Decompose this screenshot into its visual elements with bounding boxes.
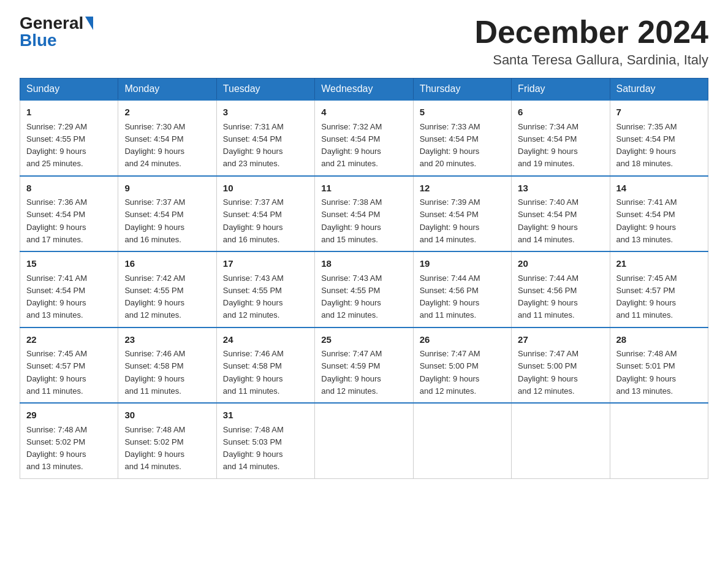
day-number: 19 — [420, 257, 505, 271]
day-info: Sunrise: 7:47 AMSunset: 5:00 PMDaylight:… — [518, 349, 578, 396]
day-info: Sunrise: 7:44 AMSunset: 4:56 PMDaylight:… — [518, 274, 578, 320]
day-cell-9: 9Sunrise: 7:37 AMSunset: 4:54 PMDaylight… — [118, 176, 216, 252]
logo-general-text: General — [20, 15, 83, 32]
day-cell-12: 12Sunrise: 7:39 AMSunset: 4:54 PMDayligh… — [413, 176, 511, 252]
day-cell-17: 17Sunrise: 7:43 AMSunset: 4:55 PMDayligh… — [216, 251, 314, 327]
day-info: Sunrise: 7:33 AMSunset: 4:54 PMDaylight:… — [420, 122, 480, 169]
day-number: 29 — [26, 408, 112, 423]
day-cell-7: 7Sunrise: 7:35 AMSunset: 4:54 PMDaylight… — [610, 100, 708, 176]
day-cell-6: 6Sunrise: 7:34 AMSunset: 4:54 PMDaylight… — [512, 100, 610, 176]
week-row-2: 8Sunrise: 7:36 AMSunset: 4:54 PMDaylight… — [20, 176, 708, 252]
location-title: Santa Teresa Gallura, Sardinia, Italy — [474, 52, 708, 68]
day-number: 26 — [420, 333, 505, 347]
day-cell-3: 3Sunrise: 7:31 AMSunset: 4:54 PMDaylight… — [216, 100, 314, 176]
day-number: 28 — [616, 333, 702, 347]
day-cell-28: 28Sunrise: 7:48 AMSunset: 5:01 PMDayligh… — [610, 327, 708, 404]
day-number: 8 — [26, 182, 112, 196]
day-number: 20 — [518, 257, 603, 271]
day-info: Sunrise: 7:45 AMSunset: 4:57 PMDaylight:… — [616, 274, 677, 320]
day-number: 3 — [223, 105, 308, 120]
day-info: Sunrise: 7:32 AMSunset: 4:54 PMDaylight:… — [321, 122, 382, 169]
empty-cell — [512, 403, 610, 478]
day-info: Sunrise: 7:43 AMSunset: 4:55 PMDaylight:… — [321, 274, 382, 320]
day-info: Sunrise: 7:41 AMSunset: 4:54 PMDaylight:… — [26, 274, 87, 320]
day-cell-22: 22Sunrise: 7:45 AMSunset: 4:57 PMDayligh… — [20, 327, 118, 404]
day-cell-15: 15Sunrise: 7:41 AMSunset: 4:54 PMDayligh… — [20, 251, 118, 327]
day-number: 10 — [223, 182, 308, 196]
day-info: Sunrise: 7:48 AMSunset: 5:02 PMDaylight:… — [124, 425, 185, 472]
day-cell-4: 4Sunrise: 7:32 AMSunset: 4:54 PMDaylight… — [315, 100, 413, 176]
week-row-1: 1Sunrise: 7:29 AMSunset: 4:55 PMDaylight… — [20, 100, 708, 176]
empty-cell — [413, 403, 511, 478]
week-row-5: 29Sunrise: 7:48 AMSunset: 5:02 PMDayligh… — [20, 403, 708, 478]
page-header: General Blue December 2024 Santa Teresa … — [20, 15, 708, 68]
day-number: 23 — [124, 333, 210, 347]
day-number: 4 — [321, 105, 406, 120]
day-number: 25 — [321, 333, 406, 347]
day-cell-21: 21Sunrise: 7:45 AMSunset: 4:57 PMDayligh… — [610, 251, 708, 327]
day-cell-23: 23Sunrise: 7:46 AMSunset: 4:58 PMDayligh… — [118, 327, 216, 404]
day-cell-31: 31Sunrise: 7:48 AMSunset: 5:03 PMDayligh… — [216, 403, 314, 478]
day-cell-19: 19Sunrise: 7:44 AMSunset: 4:56 PMDayligh… — [413, 251, 511, 327]
day-info: Sunrise: 7:40 AMSunset: 4:54 PMDaylight:… — [518, 197, 578, 244]
day-number: 12 — [420, 182, 505, 196]
day-info: Sunrise: 7:45 AMSunset: 4:57 PMDaylight:… — [26, 349, 87, 396]
calendar-table: SundayMondayTuesdayWednesdayThursdayFrid… — [20, 78, 708, 479]
day-number: 7 — [616, 105, 702, 120]
day-number: 1 — [26, 105, 112, 120]
day-info: Sunrise: 7:44 AMSunset: 4:56 PMDaylight:… — [420, 274, 480, 320]
day-cell-16: 16Sunrise: 7:42 AMSunset: 4:55 PMDayligh… — [118, 251, 216, 327]
day-number: 31 — [223, 408, 308, 423]
day-info: Sunrise: 7:46 AMSunset: 4:58 PMDaylight:… — [223, 349, 284, 396]
day-cell-5: 5Sunrise: 7:33 AMSunset: 4:54 PMDaylight… — [413, 100, 511, 176]
day-number: 24 — [223, 333, 308, 347]
day-number: 30 — [124, 408, 210, 423]
weekday-header-friday: Friday — [512, 79, 610, 101]
day-number: 11 — [321, 182, 406, 196]
day-cell-27: 27Sunrise: 7:47 AMSunset: 5:00 PMDayligh… — [512, 327, 610, 404]
day-cell-26: 26Sunrise: 7:47 AMSunset: 5:00 PMDayligh… — [413, 327, 511, 404]
day-cell-14: 14Sunrise: 7:41 AMSunset: 4:54 PMDayligh… — [610, 176, 708, 252]
day-cell-24: 24Sunrise: 7:46 AMSunset: 4:58 PMDayligh… — [216, 327, 314, 404]
empty-cell — [610, 403, 708, 478]
day-cell-2: 2Sunrise: 7:30 AMSunset: 4:54 PMDaylight… — [118, 100, 216, 176]
week-row-4: 22Sunrise: 7:45 AMSunset: 4:57 PMDayligh… — [20, 327, 708, 404]
title-section: December 2024 Santa Teresa Gallura, Sard… — [474, 15, 708, 68]
logo-blue-text: Blue — [20, 32, 57, 49]
weekday-header-saturday: Saturday — [610, 79, 708, 101]
day-number: 21 — [616, 257, 702, 271]
day-cell-11: 11Sunrise: 7:38 AMSunset: 4:54 PMDayligh… — [315, 176, 413, 252]
logo-triangle-icon — [85, 17, 93, 30]
month-title: December 2024 — [474, 15, 708, 50]
day-info: Sunrise: 7:41 AMSunset: 4:54 PMDaylight:… — [616, 197, 677, 244]
day-info: Sunrise: 7:42 AMSunset: 4:55 PMDaylight:… — [124, 274, 185, 320]
week-row-3: 15Sunrise: 7:41 AMSunset: 4:54 PMDayligh… — [20, 251, 708, 327]
day-number: 15 — [26, 257, 112, 271]
day-info: Sunrise: 7:47 AMSunset: 5:00 PMDaylight:… — [420, 349, 480, 396]
day-number: 14 — [616, 182, 702, 196]
day-cell-20: 20Sunrise: 7:44 AMSunset: 4:56 PMDayligh… — [512, 251, 610, 327]
day-cell-29: 29Sunrise: 7:48 AMSunset: 5:02 PMDayligh… — [20, 403, 118, 478]
weekday-header-sunday: Sunday — [20, 79, 118, 101]
weekday-header-tuesday: Tuesday — [216, 79, 314, 101]
day-info: Sunrise: 7:48 AMSunset: 5:03 PMDaylight:… — [223, 425, 284, 472]
day-info: Sunrise: 7:43 AMSunset: 4:55 PMDaylight:… — [223, 274, 284, 320]
day-info: Sunrise: 7:35 AMSunset: 4:54 PMDaylight:… — [616, 122, 677, 169]
day-info: Sunrise: 7:48 AMSunset: 5:02 PMDaylight:… — [26, 425, 87, 472]
day-cell-8: 8Sunrise: 7:36 AMSunset: 4:54 PMDaylight… — [20, 176, 118, 252]
day-info: Sunrise: 7:39 AMSunset: 4:54 PMDaylight:… — [420, 197, 480, 244]
logo: General Blue — [20, 15, 93, 49]
day-info: Sunrise: 7:37 AMSunset: 4:54 PMDaylight:… — [223, 197, 284, 244]
day-info: Sunrise: 7:34 AMSunset: 4:54 PMDaylight:… — [518, 122, 578, 169]
day-number: 27 — [518, 333, 603, 347]
day-info: Sunrise: 7:46 AMSunset: 4:58 PMDaylight:… — [124, 349, 185, 396]
day-number: 9 — [124, 182, 210, 196]
day-number: 22 — [26, 333, 112, 347]
day-cell-10: 10Sunrise: 7:37 AMSunset: 4:54 PMDayligh… — [216, 176, 314, 252]
day-number: 2 — [124, 105, 210, 120]
day-number: 16 — [124, 257, 210, 271]
day-number: 5 — [420, 105, 505, 120]
day-info: Sunrise: 7:37 AMSunset: 4:54 PMDaylight:… — [124, 197, 185, 244]
day-cell-25: 25Sunrise: 7:47 AMSunset: 4:59 PMDayligh… — [315, 327, 413, 404]
weekday-header-wednesday: Wednesday — [315, 79, 413, 101]
